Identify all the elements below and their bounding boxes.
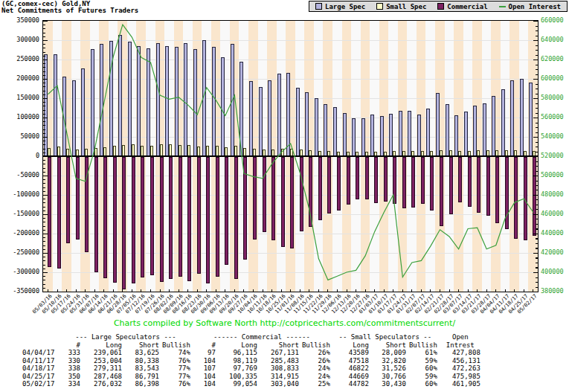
table-row: --- Large Speculators --------- Commerci… xyxy=(21,333,482,341)
table-cell: 314,915 xyxy=(259,373,300,381)
cot-chart-page: (GC,comex-cec) Gold,NY Net Commitments o… xyxy=(0,0,569,392)
table-cell: Long xyxy=(217,341,259,350)
table-cell: 97 xyxy=(192,349,217,357)
table-cell: 47518 xyxy=(332,357,370,365)
table-row: 04/18/17338279,31183,54377%10797,769308,… xyxy=(21,364,482,373)
table-cell: 107 xyxy=(192,364,217,373)
y-axis-label-right: 420000 xyxy=(541,249,569,256)
table-cell: Long xyxy=(82,341,123,350)
table-cell: 44782 xyxy=(332,380,370,388)
y-axis-label-left: -350000 xyxy=(1,288,39,295)
legend-item-large-spec: Large Spec xyxy=(315,3,365,10)
y-axis-label-left: -200000 xyxy=(1,230,39,237)
table-cell: -- Small Speculators -- xyxy=(332,333,439,341)
table-cell: 287,468 xyxy=(82,373,123,381)
legend-swatch-icon xyxy=(376,3,383,10)
table-cell: Bullish xyxy=(408,341,439,350)
y-axis-label-right: 440000 xyxy=(541,230,569,237)
chart-legend: Large SpecSmall SpecCommercialOpen Inter… xyxy=(309,1,568,12)
table-cell: 59% xyxy=(408,373,439,381)
y-axis-label-left: -150000 xyxy=(1,211,39,217)
chart-title-main: Net Commitments of Futures Traders xyxy=(1,7,138,14)
table-cell: 61% xyxy=(408,349,439,357)
table-cell: 104 xyxy=(192,357,217,365)
y-axis-label-left: 200000 xyxy=(1,75,39,82)
table-cell: 338 xyxy=(60,364,82,373)
y-axis-label-right: 480000 xyxy=(541,191,569,198)
attribution-text: Charts compiled by Software North http:/… xyxy=(0,318,569,328)
table-cell: 104 xyxy=(192,380,217,388)
table-cell xyxy=(21,333,60,341)
table-cell: 77% xyxy=(161,364,192,373)
table-cell: 24% xyxy=(300,364,332,373)
y-axis-label-left: -300000 xyxy=(1,269,39,275)
table-cell: Short xyxy=(370,341,408,350)
table-cell: 267,131 xyxy=(259,349,300,357)
table-cell: 253,004 xyxy=(82,357,123,365)
open-interest-line xyxy=(43,21,538,292)
y-axis-label-right: 500000 xyxy=(541,172,569,179)
y-axis-label-left: -50000 xyxy=(1,172,39,179)
legend-item-small-spec: Small Spec xyxy=(376,3,426,10)
table-cell: 97,769 xyxy=(217,364,259,373)
y-axis-label-left: 350000 xyxy=(1,17,39,24)
table-cell: 472,263 xyxy=(439,364,482,373)
table-cell: 350 xyxy=(60,373,82,381)
table-cell: Bullish xyxy=(300,341,332,350)
y-axis-label-left: 0 xyxy=(1,152,39,159)
table-cell: 04/18/17 xyxy=(21,364,60,373)
table-cell: 303,040 xyxy=(259,380,300,388)
table-cell: 05/02/17 xyxy=(21,380,60,388)
y-axis-label-right: 380000 xyxy=(541,288,569,295)
table-cell: 46822 xyxy=(332,364,370,373)
table-row: 04/04/17333239,06183,62574%9796,115267,1… xyxy=(21,349,482,357)
table-cell: 80,338 xyxy=(123,357,161,365)
table-row: #LongShortBullish#LongShortBullishLongSh… xyxy=(21,341,482,350)
table-cell: 83,543 xyxy=(123,364,161,373)
y-axis-label-right: 660000 xyxy=(541,17,569,24)
table-cell: 456,131 xyxy=(439,357,482,365)
table-cell: 30,430 xyxy=(370,380,408,388)
y-axis-label-left: -250000 xyxy=(1,249,39,256)
legend-label: Large Spec xyxy=(325,3,365,10)
table-cell: 330 xyxy=(60,357,82,365)
table-cell: 427,808 xyxy=(439,349,482,357)
table-cell: 30,766 xyxy=(370,373,408,381)
table-cell: 60% xyxy=(408,380,439,388)
table-row: 05/02/17334276,03286,39876%10499,054303,… xyxy=(21,380,482,388)
table-cell: 60% xyxy=(408,364,439,373)
y-axis-label-right: 620000 xyxy=(541,56,569,62)
table-row: 04/11/17330253,00480,33876%10498,119285,… xyxy=(21,357,482,365)
legend-item-commercial: Commercial xyxy=(437,3,487,10)
y-axis-label-right: 400000 xyxy=(541,269,569,275)
y-axis-label-left: -100000 xyxy=(1,191,39,198)
table-cell: 83,625 xyxy=(123,349,161,357)
table-cell: 104 xyxy=(192,373,217,381)
table-cell: 96,115 xyxy=(217,349,259,357)
y-axis-label-right: 560000 xyxy=(541,114,569,121)
legend-swatch-icon xyxy=(437,3,444,10)
table-cell: # xyxy=(192,341,217,350)
table-cell: 59% xyxy=(408,357,439,365)
open-interest-legend-line xyxy=(499,6,506,7)
table-cell: 475,985 xyxy=(439,373,482,381)
table-cell: 25% xyxy=(300,380,332,388)
y-axis-label-right: 640000 xyxy=(541,36,569,43)
table-cell: 276,032 xyxy=(82,380,123,388)
table-row: 04/25/17350287,46886,79177%104100,335314… xyxy=(21,373,482,381)
legend-item-open-interest: Open Interest xyxy=(499,3,561,10)
table-cell: Short xyxy=(123,341,161,350)
table-cell: Long xyxy=(332,341,370,350)
y-axis-label-left: 150000 xyxy=(1,94,39,101)
table-cell: 100,335 xyxy=(217,373,259,381)
cot-data-table: --- Large Speculators --------- Commerci… xyxy=(21,333,482,388)
table-cell: 77% xyxy=(161,373,192,381)
table-cell: 32,820 xyxy=(370,357,408,365)
table-cell: Open xyxy=(439,333,482,341)
legend-swatch-icon xyxy=(315,3,322,10)
table-cell: 285,483 xyxy=(259,357,300,365)
legend-label: Small Spec xyxy=(386,3,426,10)
y-axis-label-left: 250000 xyxy=(1,56,39,62)
table-cell: 44669 xyxy=(332,373,370,381)
table-cell: 99,054 xyxy=(217,380,259,388)
